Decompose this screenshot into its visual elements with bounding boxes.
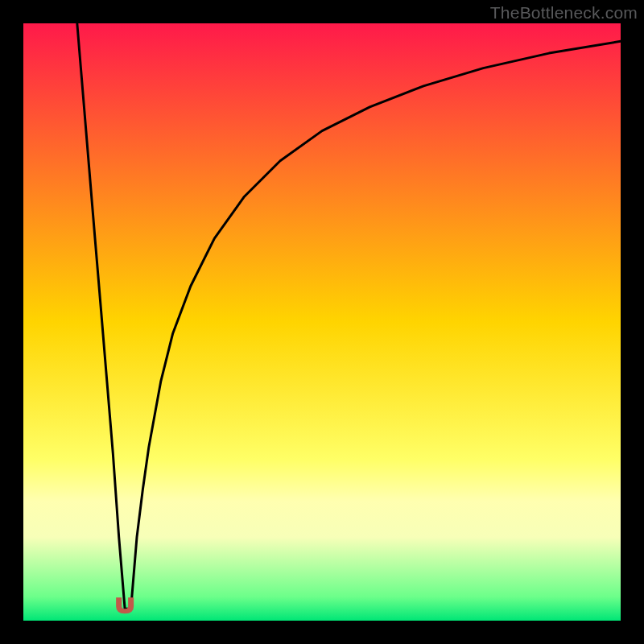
gradient-background: [23, 23, 621, 621]
plot-area: [23, 23, 621, 621]
chart-frame: TheBottleneck.com: [0, 0, 644, 644]
watermark-label: TheBottleneck.com: [490, 3, 638, 23]
chart-svg: [23, 23, 621, 621]
